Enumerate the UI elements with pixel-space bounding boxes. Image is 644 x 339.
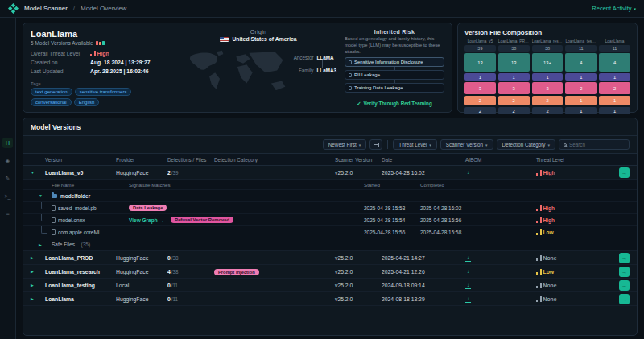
vfc-cell[interactable]: 1 bbox=[565, 107, 597, 114]
nav-console-icon[interactable]: >_ bbox=[2, 191, 13, 201]
detection-category-filter-dropdown[interactable]: Detection Category▾ bbox=[497, 139, 555, 150]
row-caret-icon[interactable]: ▶ bbox=[31, 269, 45, 274]
scanner-version-filter-dropdown[interactable]: Scanner Version▾ bbox=[440, 139, 493, 150]
row-caret-icon[interactable]: ▶ bbox=[31, 283, 45, 287]
open-version-button[interactable]: → bbox=[619, 267, 630, 277]
open-version-button[interactable]: → bbox=[619, 294, 630, 304]
verify-red-teaming-link[interactable]: ✓ Verify Through Red Teaming bbox=[345, 101, 444, 106]
vfc-cell[interactable]: 2 bbox=[498, 96, 530, 105]
vfc-cell[interactable]: 2 bbox=[532, 107, 564, 114]
date-filter-button[interactable] bbox=[369, 139, 382, 150]
vfc-cell[interactable]: 13+ bbox=[532, 53, 564, 72]
threat-level-badge: High bbox=[536, 170, 607, 176]
table-row[interactable]: ▶LoanLlama_testingLocal0/11v25.2.02024-0… bbox=[23, 279, 637, 292]
file-row[interactable]: saved_model.pbData Leakage2025-04-28 15:… bbox=[23, 202, 637, 214]
threat-level-filter-dropdown[interactable]: Threat Level▾ bbox=[393, 139, 437, 150]
vfc-cell[interactable]: 2 bbox=[498, 107, 530, 114]
tag-pill[interactable]: sensitive transformers bbox=[75, 88, 132, 96]
open-version-button[interactable]: → bbox=[619, 253, 630, 263]
vfc-cell[interactable]: 13 bbox=[498, 53, 530, 72]
vfc-cell[interactable]: 1 bbox=[565, 73, 597, 81]
nav-home-icon[interactable]: H bbox=[2, 138, 13, 148]
header-version: Version bbox=[45, 157, 116, 163]
nav-layers-icon[interactable]: ≡ bbox=[2, 209, 13, 219]
risk-attack-item[interactable]: PII Leakage bbox=[345, 70, 444, 80]
date-cell: 2025-04-28 16:02 bbox=[382, 170, 465, 176]
download-aibom-icon[interactable]: ↓ bbox=[465, 170, 471, 176]
open-version-button[interactable]: → bbox=[619, 167, 630, 178]
vfc-cell[interactable]: 2 bbox=[599, 82, 630, 94]
table-row[interactable]: ▶LoanLlama_researchHuggingFace4/38Prompt… bbox=[23, 265, 637, 279]
view-graph-link[interactable]: View Graph → bbox=[129, 217, 164, 223]
vfc-cell[interactable]: 1 bbox=[532, 73, 564, 81]
vfc-cell[interactable]: 13 bbox=[464, 53, 496, 72]
vfc-cell[interactable]: 1 bbox=[565, 96, 597, 105]
tag-pill[interactable]: conversational bbox=[31, 98, 72, 106]
vfc-cell[interactable]: 4 bbox=[565, 53, 597, 72]
tag-pill[interactable]: English bbox=[74, 98, 100, 106]
open-version-button[interactable]: → bbox=[619, 280, 630, 291]
origin-section: Origin United States of America bbox=[180, 29, 336, 106]
vfc-cell[interactable]: 1 bbox=[599, 107, 630, 114]
file-name-cell: model.onnx bbox=[52, 217, 129, 223]
breadcrumb-model-overview[interactable]: Model Overview bbox=[80, 5, 126, 12]
recent-activity-dropdown[interactable]: Recent Activity ▾ bbox=[592, 5, 636, 12]
safe-files-row[interactable]: ▶Safe Files (35) bbox=[23, 238, 637, 250]
category-cell: Prompt Injection bbox=[214, 269, 335, 275]
row-caret-icon[interactable]: ▶ bbox=[31, 255, 45, 260]
vfc-cell[interactable]: 2 bbox=[532, 96, 564, 105]
table-row[interactable]: ▶LoanLlama_PRODHuggingFace0/38v25.2.0202… bbox=[23, 251, 637, 265]
model-card: LoanLlama 5 Model Versions Available Ove… bbox=[31, 29, 172, 106]
us-flag-icon bbox=[220, 37, 229, 42]
created-label: Created on bbox=[31, 60, 90, 65]
download-aibom-icon[interactable]: ↓ bbox=[465, 269, 471, 275]
vfc-cell[interactable]: 1 bbox=[498, 73, 530, 81]
search-box[interactable] bbox=[559, 139, 630, 150]
file-row[interactable]: model.onnxView Graph →Refusal Vector Rem… bbox=[23, 214, 637, 226]
vfc-cell[interactable]: 2 bbox=[565, 82, 597, 94]
aibom-cell: ↓ bbox=[465, 268, 536, 275]
risk-attack-item[interactable]: Sensitive Information Disclosure bbox=[345, 57, 444, 67]
folder-name: modelfolder bbox=[52, 193, 607, 199]
family-value[interactable]: LLaMA3 bbox=[317, 68, 337, 73]
vfc-cell[interactable]: 2 bbox=[464, 107, 496, 114]
vfc-cell[interactable]: 3 bbox=[464, 82, 496, 94]
nav-edit-icon[interactable]: ✎ bbox=[2, 173, 13, 184]
download-aibom-icon[interactable]: ↓ bbox=[465, 283, 471, 289]
file-icon bbox=[52, 205, 56, 211]
sort-filter-dropdown[interactable]: Newest First▾ bbox=[323, 139, 367, 150]
download-aibom-icon[interactable]: ↓ bbox=[465, 296, 471, 303]
vfc-column-label: LoanLlama bbox=[599, 39, 630, 43]
main-content: LoanLlama 5 Model Versions Available Ove… bbox=[16, 18, 644, 339]
date-cell: 2024-09-18 09:14 bbox=[382, 283, 465, 288]
started-cell: 2025-04-28 15:56 bbox=[364, 229, 420, 235]
threat-bars-icon bbox=[536, 205, 542, 211]
vfc-cell[interactable]: 3 bbox=[532, 82, 564, 94]
vfc-column-label: LoanLlama_v5 bbox=[464, 39, 496, 43]
row-caret-icon[interactable]: ▶ bbox=[31, 296, 45, 301]
table-row[interactable]: ▼LoanLlama_v5HuggingFace2/39v25.2.02025-… bbox=[23, 166, 637, 180]
vfc-cell[interactable]: 2 bbox=[464, 96, 496, 105]
file-row[interactable]: com.apple.coreML...2025-04-28 15:562025-… bbox=[23, 226, 637, 238]
download-aibom-icon[interactable]: ↓ bbox=[465, 255, 471, 262]
vfc-cell[interactable]: 4 bbox=[599, 53, 630, 72]
tag-pill[interactable]: text generation bbox=[31, 88, 72, 96]
vfc-cell[interactable]: 1 bbox=[599, 96, 630, 105]
table-row[interactable]: ▶LoanLlamaHuggingFace0/11v25.2.02024-08-… bbox=[23, 292, 637, 306]
app-logo-icon bbox=[8, 3, 19, 14]
ancestor-value[interactable]: LLaMA bbox=[317, 55, 334, 60]
search-input[interactable] bbox=[569, 142, 625, 147]
vfc-cell[interactable]: 1 bbox=[464, 73, 496, 81]
row-caret-icon[interactable]: ▼ bbox=[31, 170, 45, 175]
breadcrumb-model-scanner[interactable]: Model Scanner bbox=[24, 5, 68, 12]
risk-attack-item[interactable]: Training Data Leakage bbox=[345, 83, 444, 93]
vfc-cell[interactable]: 3 bbox=[498, 82, 530, 94]
version-cell: LoanLlama_research bbox=[45, 269, 116, 275]
vfc-cell[interactable]: 1 bbox=[599, 73, 630, 81]
folder-row[interactable]: ▼modelfolder bbox=[23, 190, 637, 202]
nav-models-icon[interactable]: ◈ bbox=[2, 155, 13, 166]
safe-files-caret-icon[interactable]: ▶ bbox=[39, 242, 52, 247]
threat-bars-icon bbox=[536, 283, 542, 288]
folder-caret-icon[interactable]: ▼ bbox=[39, 193, 52, 198]
signature-matches-cell: Data Leakage bbox=[129, 205, 364, 211]
